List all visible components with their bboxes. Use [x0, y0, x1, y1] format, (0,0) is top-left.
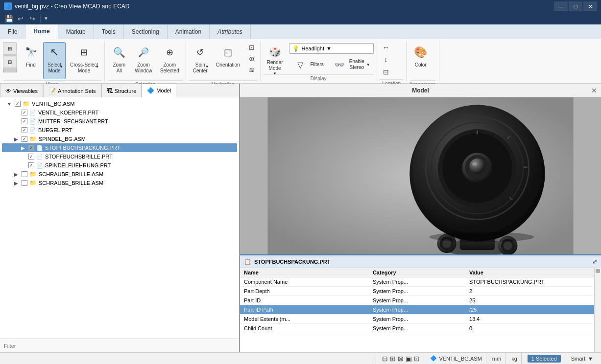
- checkbox-n2[interactable]: [22, 118, 27, 124]
- expander-n4[interactable]: ▶: [13, 136, 20, 142]
- filters-button[interactable]: ▽ Filters: [289, 56, 327, 73]
- file-icon: 📄: [36, 154, 43, 160]
- status-nav-icon-4[interactable]: ▣: [406, 355, 412, 363]
- tree-item[interactable]: ▶ 📄 BUEGEL.PRT: [2, 126, 237, 135]
- status-unit-kg[interactable]: kg: [507, 353, 522, 364]
- attr-expand-button[interactable]: ⤢: [592, 258, 597, 265]
- tab-markup[interactable]: Markup: [58, 24, 94, 39]
- save-quick-btn[interactable]: 💾: [4, 14, 14, 23]
- checkbox-n4[interactable]: [22, 136, 27, 142]
- model-close-button[interactable]: ✕: [591, 87, 597, 94]
- tree-item[interactable]: ▶ 📄 STOPFBUCHSBRILLE.PRT: [2, 152, 237, 161]
- panel-tabs: 👁 Viewables 📝 Annotation Sets 🏗 Structur…: [0, 84, 239, 97]
- attr-cell-category: System Prop...: [369, 287, 465, 296]
- attr-table-row[interactable]: Component NameSystem Prop...STOPFBUCHSPA…: [240, 277, 594, 287]
- find-button[interactable]: 🔭 Find: [20, 42, 42, 79]
- model-viewport[interactable]: [240, 97, 601, 254]
- cross-select-button[interactable]: ⊞ Cross-SelectMode ▼: [67, 42, 101, 79]
- expander-n7[interactable]: ▶: [20, 162, 26, 169]
- loc-btn-1[interactable]: ↔: [380, 42, 392, 54]
- select-mode-button[interactable]: ↖ SelectMode ▼: [43, 42, 66, 79]
- checkbox-n1[interactable]: [22, 110, 27, 115]
- minimize-button[interactable]: —: [554, 1, 568, 11]
- zoom-all-button[interactable]: 🔍 ZoomAll: [108, 42, 130, 79]
- attr-scrollbar[interactable]: [594, 268, 601, 352]
- title-bar-controls[interactable]: — □ ✕: [554, 1, 597, 11]
- zoom-selected-button[interactable]: ⊕ ZoomSelected: [157, 42, 183, 79]
- attr-table-row[interactable]: Model Extents (m...System Prop...13.4: [240, 315, 594, 324]
- tab-viewables[interactable]: 👁 Viewables: [0, 84, 43, 97]
- headlight-dropdown[interactable]: 💡 Headlight ▼: [289, 43, 373, 54]
- attr-table-row[interactable]: Child CountSystem Prop...0: [240, 324, 594, 333]
- expander-n2[interactable]: ▶: [13, 118, 20, 125]
- tree-item[interactable]: ▶ 📄 MUTTER_SECHSKANT.PRT: [2, 117, 237, 126]
- checkbox-n3[interactable]: [22, 127, 27, 133]
- ribbon-group-appearance: 🎨 Color Appearance: [407, 41, 439, 81]
- tree-item[interactable]: ▶ 📁 SCHRAUBE_BRILLE.ASM: [2, 179, 237, 187]
- tree-item[interactable]: ▼ 📁 VENTIL_BG.ASM: [2, 99, 237, 108]
- expander-n5[interactable]: ▶: [20, 144, 26, 151]
- checkbox-n8[interactable]: [22, 171, 27, 177]
- checkbox-root[interactable]: [15, 101, 21, 107]
- expander-n3[interactable]: ▶: [13, 127, 20, 134]
- checkbox-n5[interactable]: [28, 145, 34, 151]
- tree-item[interactable]: ▶ 📄 SPINDELFUEHRUNG.PRT: [2, 161, 237, 170]
- tree-view[interactable]: ▼ 📁 VENTIL_BG.ASM ▶ 📄 VENTIL_KOERPER.PRT…: [0, 97, 239, 339]
- attr-table[interactable]: Name Category Value Component NameSystem…: [240, 268, 594, 352]
- tab-file[interactable]: File: [0, 24, 25, 39]
- status-nav-icon-3[interactable]: ⊠: [398, 355, 404, 363]
- attr-table-row[interactable]: Part IDSystem Prop...25: [240, 296, 594, 305]
- loc-btn-3[interactable]: ⊡: [380, 67, 392, 78]
- loc-btn-2[interactable]: ↕: [380, 54, 392, 66]
- tree-item[interactable]: ▶ 📁 SPINDEL_BG.ASM: [2, 135, 237, 143]
- status-mode[interactable]: Smart ▼: [567, 353, 597, 364]
- tab-annotation-sets[interactable]: 📝 Annotation Sets: [43, 84, 101, 97]
- attr-table-row[interactable]: Part ID PathSystem Prop.../25: [240, 305, 594, 315]
- attr-table-row[interactable]: Part DepthSystem Prop...2: [240, 287, 594, 296]
- maximize-button[interactable]: □: [569, 1, 582, 11]
- nav-small-1[interactable]: ⊡: [246, 42, 257, 53]
- close-button[interactable]: ✕: [583, 1, 597, 11]
- status-nav-icon-5[interactable]: ⊡: [414, 355, 420, 363]
- ribbon-group-location: ↔ ↕ ⊡ Location: [377, 41, 407, 81]
- orientation-button[interactable]: ◱ Orientation: [213, 42, 243, 79]
- spin-center-button[interactable]: ↺ SpinCenter ▼: [189, 42, 212, 79]
- tab-tools[interactable]: Tools: [94, 24, 124, 39]
- checkbox-n6[interactable]: [28, 154, 34, 159]
- tree-item-label: BUEGEL.PRT: [38, 127, 72, 133]
- checkbox-n7[interactable]: [28, 162, 34, 168]
- nav-small-2[interactable]: ⊕: [246, 53, 257, 64]
- expander-n6[interactable]: ▶: [20, 153, 26, 160]
- tree-item[interactable]: ▶ 📁 SCHRAUBE_BRILLE.ASM: [2, 170, 237, 179]
- app-title: ventil_bg.pvz - Creo View MCAD and ECAD: [15, 3, 130, 10]
- attr-cell-value: 25: [465, 296, 594, 305]
- mode-dropdown[interactable]: Smart ▼: [571, 356, 593, 362]
- status-unit-mm[interactable]: mm: [488, 353, 505, 364]
- qa-dropdown[interactable]: ▼: [44, 16, 48, 21]
- tab-sectioning[interactable]: Sectioning: [124, 24, 168, 39]
- tree-item-selected[interactable]: ▶ 📄 STOPFBUCHSPACKUNG.PRT: [2, 143, 237, 152]
- expander-n1[interactable]: ▶: [13, 109, 20, 116]
- enable-stereo-button[interactable]: 👓 EnableStereo ▼: [328, 56, 374, 73]
- tab-animation[interactable]: Animation: [168, 24, 210, 39]
- nav-small-3[interactable]: ≋: [246, 65, 257, 75]
- expander-n8[interactable]: ▶: [13, 171, 20, 178]
- tree-item[interactable]: ▶ 📄 VENTIL_KOERPER.PRT: [2, 108, 237, 117]
- tab-structure[interactable]: 🏗 Structure: [101, 84, 142, 97]
- tab-home[interactable]: Home: [25, 24, 58, 39]
- undo-quick-btn[interactable]: ↩: [16, 14, 25, 23]
- cross-select-label: Cross-SelectMode: [70, 62, 98, 74]
- tab-attributes[interactable]: Attributes: [210, 24, 251, 39]
- checkbox-n9[interactable]: [22, 180, 27, 186]
- redo-quick-btn[interactable]: ↪: [27, 14, 37, 23]
- attr-panel-title: STOPFBUCHSPACKUNG.PRT: [254, 259, 330, 265]
- expander-root[interactable]: ▼: [6, 100, 13, 107]
- zoom-window-button[interactable]: 🔎 ZoomWindow: [131, 42, 156, 79]
- status-nav-icon-2[interactable]: ⊞: [390, 355, 396, 363]
- expander-n9[interactable]: ▶: [13, 180, 20, 186]
- color-button[interactable]: 🎨 Color: [409, 42, 432, 79]
- tab-model[interactable]: 🔷 Model: [142, 84, 176, 97]
- headlight-row: 🎲 RenderMode ▼ 💡 Headlight ▼ ▽: [264, 42, 374, 73]
- status-nav-icon-1[interactable]: ⊟: [382, 355, 388, 363]
- render-mode-button[interactable]: 🎲 RenderMode ▼: [264, 44, 287, 73]
